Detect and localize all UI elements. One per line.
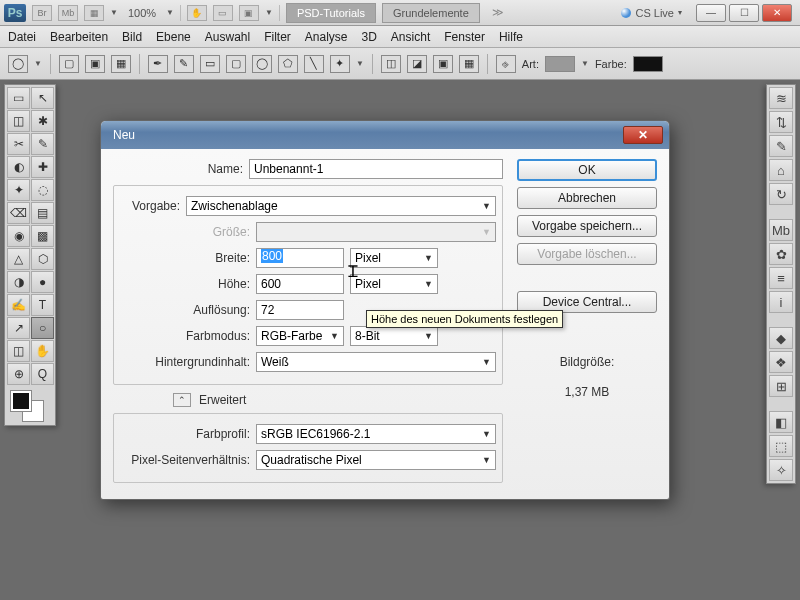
style-swatch[interactable] [545,56,575,72]
color-wells[interactable] [7,389,53,423]
chevron-down-icon[interactable]: ▼ [34,59,42,68]
combine-intersect-icon[interactable]: ▣ [433,55,453,73]
menu-filter[interactable]: Filter [264,30,291,44]
dialog-titlebar[interactable]: Neu ✕ [101,121,669,149]
menu-bearbeiten[interactable]: Bearbeiten [50,30,108,44]
pen-icon[interactable]: ✒ [148,55,168,73]
save-preset-button[interactable]: Vorgabe speichern... [517,215,657,237]
more-workspaces-icon[interactable]: ≫ [486,6,510,19]
menu-ebene[interactable]: Ebene [156,30,191,44]
tool-7[interactable]: ✚ [31,156,54,178]
minimize-button[interactable]: — [696,4,726,22]
tool-13[interactable]: ▩ [31,225,54,247]
tool-15[interactable]: ⬡ [31,248,54,270]
background-select[interactable]: Weiß▼ [256,352,496,372]
tool-25[interactable]: Q [31,363,54,385]
custom-shape-icon[interactable]: ✦ [330,55,350,73]
minibridge-icon[interactable]: Mb [58,5,78,21]
maximize-button[interactable]: ☐ [729,4,759,22]
ellipse-icon[interactable]: ◯ [8,55,28,73]
resolution-input[interactable] [256,300,344,320]
shape-layers-icon[interactable]: ▢ [59,55,79,73]
tool-22[interactable]: ◫ [7,340,30,362]
line-icon[interactable]: ╲ [304,55,324,73]
panel-icon-0[interactable]: ≋ [769,87,793,109]
menu-ansicht[interactable]: Ansicht [391,30,430,44]
dialog-close-button[interactable]: ✕ [623,126,663,144]
fill-pixels-icon[interactable]: ▦ [111,55,131,73]
zoom-level[interactable]: 100% [124,7,160,19]
tool-6[interactable]: ◐ [7,156,30,178]
polygon-icon[interactable]: ⬠ [278,55,298,73]
width-unit-select[interactable]: Pixel▼ [350,248,438,268]
name-input[interactable] [249,159,503,179]
tool-20[interactable]: ↗ [7,317,30,339]
combine-subtract-icon[interactable]: ◪ [407,55,427,73]
color-swatch[interactable] [633,56,663,72]
preset-select[interactable]: Zwischenablage▼ [186,196,496,216]
bit-depth-select[interactable]: 8-Bit▼ [350,326,438,346]
screen-mode-icon[interactable]: ▣ [239,5,259,21]
hand-icon[interactable]: ✋ [187,5,207,21]
panel-icon-11[interactable]: ⊞ [769,375,793,397]
panel-icon-8[interactable]: i [769,291,793,313]
tool-11[interactable]: ▤ [31,202,54,224]
tool-1[interactable]: ↖ [31,87,54,109]
workspace-tab-active[interactable]: PSD-Tutorials [286,3,376,23]
tool-24[interactable]: ⊕ [7,363,30,385]
tool-3[interactable]: ✱ [31,110,54,132]
tool-12[interactable]: ◉ [7,225,30,247]
tool-4[interactable]: ✂ [7,133,30,155]
menu-bild[interactable]: Bild [122,30,142,44]
rectangle-icon[interactable]: ▭ [200,55,220,73]
panel-icon-6[interactable]: ✿ [769,243,793,265]
advanced-expander[interactable]: ⌃ Erweitert [173,393,503,407]
cs-live-button[interactable]: CS Live ▾ [613,7,690,19]
tool-19[interactable]: T [31,294,54,316]
panel-icon-10[interactable]: ❖ [769,351,793,373]
doc-arrange-icon[interactable]: ▭ [213,5,233,21]
panel-icon-7[interactable]: ≡ [769,267,793,289]
cancel-button[interactable]: Abbrechen [517,187,657,209]
menu-datei[interactable]: Datei [8,30,36,44]
panel-icon-14[interactable]: ✧ [769,459,793,481]
foreground-color-well[interactable] [11,391,31,411]
chevron-down-icon[interactable]: ▼ [166,8,174,17]
freeform-pen-icon[interactable]: ✎ [174,55,194,73]
combine-exclude-icon[interactable]: ▦ [459,55,479,73]
tool-8[interactable]: ✦ [7,179,30,201]
tool-21[interactable]: ○ [31,317,54,339]
menu-analyse[interactable]: Analyse [305,30,348,44]
tool-18[interactable]: ✍ [7,294,30,316]
panel-icon-2[interactable]: ✎ [769,135,793,157]
panel-icon-12[interactable]: ◧ [769,411,793,433]
view-extras-icon[interactable]: ▦ [84,5,104,21]
tool-9[interactable]: ◌ [31,179,54,201]
workspace-tab[interactable]: Grundelemente [382,3,480,23]
tool-2[interactable]: ◫ [7,110,30,132]
pixel-aspect-select[interactable]: Quadratische Pixel▼ [256,450,496,470]
panel-icon-1[interactable]: ⇅ [769,111,793,133]
chevron-down-icon[interactable]: ▼ [110,8,118,17]
chevron-down-icon[interactable]: ▼ [356,59,364,68]
color-mode-select[interactable]: RGB-Farbe▼ [256,326,344,346]
menu-3d[interactable]: 3D [362,30,377,44]
tool-16[interactable]: ◑ [7,271,30,293]
ok-button[interactable]: OK [517,159,657,181]
tool-0[interactable]: ▭ [7,87,30,109]
menu-fenster[interactable]: Fenster [444,30,485,44]
menu-hilfe[interactable]: Hilfe [499,30,523,44]
height-input[interactable] [256,274,344,294]
tool-14[interactable]: △ [7,248,30,270]
panel-icon-9[interactable]: ◆ [769,327,793,349]
menu-auswahl[interactable]: Auswahl [205,30,250,44]
chevron-down-icon[interactable]: ▼ [265,8,273,17]
tool-17[interactable]: ● [31,271,54,293]
tool-5[interactable]: ✎ [31,133,54,155]
combine-add-icon[interactable]: ◫ [381,55,401,73]
width-input[interactable]: 800 [256,248,344,268]
rounded-rectangle-icon[interactable]: ▢ [226,55,246,73]
chevron-down-icon[interactable]: ▼ [581,59,589,68]
panel-icon-4[interactable]: ↻ [769,183,793,205]
tool-23[interactable]: ✋ [31,340,54,362]
